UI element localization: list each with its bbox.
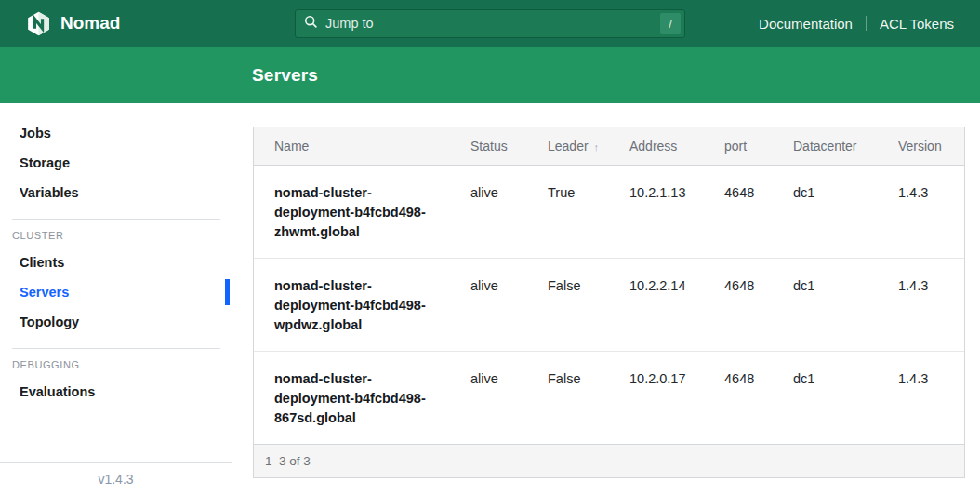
cell-version: 1.4.3 — [898, 351, 964, 444]
cell-datacenter: dc1 — [793, 351, 898, 444]
cell-datacenter: dc1 — [793, 258, 898, 351]
pagination-info: 1–3 of 3 — [265, 454, 311, 468]
sidebar-item-evaluations[interactable]: Evaluations — [0, 377, 232, 407]
sidebar-divider — [12, 348, 220, 349]
cell-version: 1.4.3 — [898, 165, 964, 258]
column-header-version[interactable]: Version — [898, 127, 964, 165]
column-header-label: Datacenter — [793, 139, 856, 154]
pagination-bar: 1–3 of 3 — [254, 444, 964, 477]
acl-tokens-link[interactable]: ACL Tokens — [880, 16, 954, 32]
column-header-status[interactable]: Status — [470, 127, 548, 165]
column-header-label: port — [724, 139, 747, 154]
nomad-brand[interactable]: Nomad — [26, 11, 120, 36]
cell-leader: False — [548, 351, 629, 444]
table-body: nomad-cluster-deployment-b4fcbd498-zhwmt… — [254, 165, 964, 444]
server-row[interactable]: nomad-cluster-deployment-b4fcbd498-867sd… — [254, 351, 964, 444]
sidebar-item-label: Storage — [20, 155, 70, 170]
column-header-label: Leader — [548, 139, 589, 154]
cell-port: 4648 — [724, 351, 793, 444]
server-row[interactable]: nomad-cluster-deployment-b4fcbd498-wpdwz… — [254, 258, 964, 351]
jump-to-search[interactable]: / — [295, 9, 685, 38]
nomad-logo-icon — [26, 11, 51, 36]
column-header-label: Status — [470, 139, 508, 154]
page-title: Servers — [252, 65, 318, 86]
column-header-label: Name — [274, 139, 309, 154]
sidebar-item-label: Topology — [20, 314, 79, 329]
sidebar-item-label: Variables — [20, 185, 79, 200]
cell-address: 10.2.2.14 — [629, 258, 724, 351]
column-header-name[interactable]: Name — [254, 127, 470, 165]
cell-status: alive — [470, 258, 548, 351]
sidebar-item-label: Servers — [20, 285, 69, 300]
brand-name: Nomad — [60, 13, 120, 33]
sidebar-item-clients[interactable]: Clients — [0, 248, 232, 277]
sidebar-footer: v1.4.3 — [0, 462, 232, 495]
page-header: Servers — [0, 47, 980, 103]
sidebar-item-label: Clients — [20, 255, 64, 270]
navbar-links-divider — [866, 16, 867, 31]
app-window: Nomad / Documentation ACL Tokens Servers… — [0, 0, 980, 495]
sort-asc-icon: ↑ — [594, 141, 600, 153]
cell-status: alive — [470, 165, 548, 258]
column-header-label: Address — [629, 139, 677, 154]
table-header-row: NameStatusLeader↑AddressportDatacenterVe… — [254, 127, 964, 165]
cell-leader: False — [548, 258, 629, 351]
sidebar-item-storage[interactable]: Storage — [0, 148, 232, 178]
servers-table: NameStatusLeader↑AddressportDatacenterVe… — [254, 127, 964, 444]
sidebar-item-label: Evaluations — [20, 384, 95, 399]
main-content: NameStatusLeader↑AddressportDatacenterVe… — [232, 103, 980, 495]
sidebar-item-label: Jobs — [20, 126, 51, 140]
cell-version: 1.4.3 — [898, 258, 964, 351]
cell-status: alive — [470, 351, 548, 444]
sidebar-section-label: DEBUGGING — [0, 358, 232, 371]
cell-name: nomad-cluster-deployment-b4fcbd498-zhwmt… — [254, 165, 470, 258]
sidebar-sections: JobsStorageVariablesCLUSTERClientsServer… — [0, 118, 232, 407]
column-header-leader[interactable]: Leader↑ — [548, 127, 629, 165]
cell-name: nomad-cluster-deployment-b4fcbd498-867sd… — [254, 351, 470, 444]
column-header-address[interactable]: Address — [629, 127, 724, 165]
cell-name: nomad-cluster-deployment-b4fcbd498-wpdwz… — [254, 258, 470, 351]
sidebar-item-jobs[interactable]: Jobs — [0, 118, 232, 148]
search-icon — [304, 15, 318, 33]
app-version: v1.4.3 — [98, 472, 133, 487]
cell-address: 10.2.0.17 — [629, 351, 724, 444]
cell-port: 4648 — [724, 258, 793, 351]
cell-port: 4648 — [724, 165, 793, 258]
documentation-link[interactable]: Documentation — [759, 16, 853, 32]
sidebar-item-topology[interactable]: Topology — [0, 307, 232, 337]
column-header-label: Version — [898, 139, 942, 154]
server-row[interactable]: nomad-cluster-deployment-b4fcbd498-zhwmt… — [254, 165, 964, 258]
top-navbar: Nomad / Documentation ACL Tokens — [0, 0, 980, 47]
cell-leader: True — [548, 165, 629, 258]
sidebar-divider — [12, 219, 220, 220]
cell-address: 10.2.1.13 — [629, 165, 724, 258]
column-header-port[interactable]: port — [724, 127, 793, 165]
sidebar-section-label: CLUSTER — [0, 229, 232, 242]
slash-shortcut-hint: / — [660, 13, 681, 34]
navbar-links: Documentation ACL Tokens — [759, 16, 954, 32]
active-indicator — [225, 279, 230, 305]
cell-datacenter: dc1 — [793, 165, 898, 258]
servers-table-container: NameStatusLeader↑AddressportDatacenterVe… — [253, 127, 965, 478]
search-input[interactable] — [324, 15, 660, 32]
column-header-datacenter[interactable]: Datacenter — [793, 127, 898, 165]
sidebar-item-servers[interactable]: Servers — [0, 277, 232, 307]
main-layout: JobsStorageVariablesCLUSTERClientsServer… — [0, 103, 980, 495]
sidebar-item-variables[interactable]: Variables — [0, 178, 232, 207]
sidebar: JobsStorageVariablesCLUSTERClientsServer… — [0, 103, 232, 495]
